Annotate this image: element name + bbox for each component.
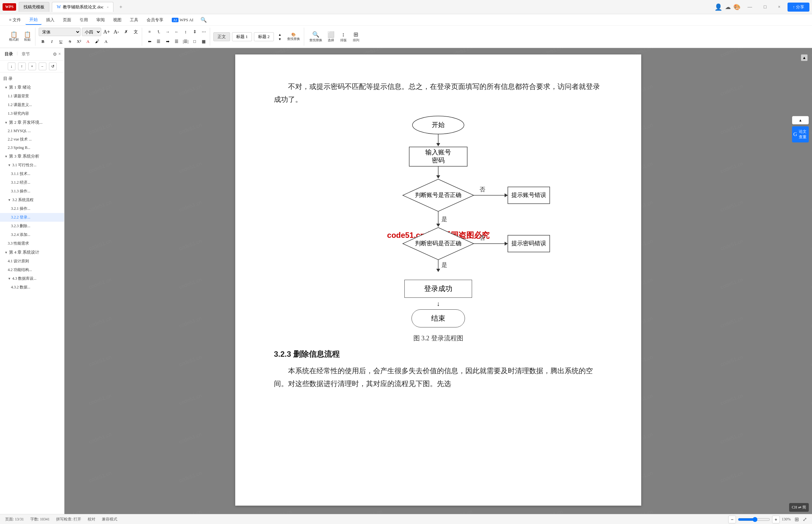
sort-button[interactable]: ↕ 排版 bbox=[338, 30, 349, 44]
style-h2-button[interactable]: 标题 2 bbox=[254, 32, 274, 41]
sidebar-item-1-2[interactable]: 1.2 课题意义... bbox=[0, 100, 64, 109]
sidebar-item-ch3[interactable]: ▼第 3 章 系统分析 bbox=[0, 152, 64, 161]
sidebar-tab-chapter[interactable]: 章节 bbox=[20, 51, 31, 58]
font-color-button[interactable]: A bbox=[84, 37, 92, 46]
indent-increase-button[interactable]: → bbox=[163, 28, 172, 36]
font-clear-button[interactable]: ✗ bbox=[122, 28, 130, 36]
menu-ref[interactable]: 引用 bbox=[76, 15, 92, 24]
select-button[interactable]: ⬜ 选择 bbox=[325, 30, 337, 44]
sidebar-item-3-2-2[interactable]: 3.2.2 登录... bbox=[0, 213, 64, 222]
sidebar-tab-toc[interactable]: 目录 bbox=[3, 51, 14, 58]
tab-doc-close[interactable]: × bbox=[107, 5, 109, 9]
style-scroll-up-button[interactable]: ▲ bbox=[276, 33, 284, 36]
sidebar-item-ch4[interactable]: ▼第 4 章 系统设计 bbox=[0, 248, 64, 257]
font-shrink-button[interactable]: A- bbox=[112, 28, 120, 36]
expand-button[interactable]: ⊞ bbox=[795, 516, 799, 522]
search-icon[interactable]: 🔍 bbox=[200, 17, 207, 23]
scroll-up-indicator[interactable]: ▲ bbox=[792, 116, 809, 125]
sidebar-item-ch1[interactable]: ▼第 1 章 绪论 bbox=[0, 83, 64, 92]
toc-remove-button[interactable]: − bbox=[39, 63, 46, 70]
tab-find-template[interactable]: 找稿壳模板 bbox=[19, 2, 49, 12]
align-justify-button[interactable]: ☰ bbox=[172, 37, 181, 46]
distribute-button[interactable]: |☰| bbox=[181, 37, 190, 46]
tab-add-button[interactable]: + bbox=[116, 3, 125, 11]
highlight-button[interactable]: 🖌 bbox=[93, 37, 101, 46]
toc-expand-all-button[interactable]: ↑ bbox=[18, 63, 26, 70]
menu-file[interactable]: ≡ 文件 bbox=[5, 15, 25, 24]
sidebar-item-3-1-1[interactable]: 3.1.1 技术... bbox=[0, 169, 64, 178]
share-button[interactable]: ↑ 分享 bbox=[788, 3, 809, 12]
superscript-button[interactable]: X² bbox=[75, 37, 83, 46]
underline-button[interactable]: U bbox=[57, 37, 65, 46]
minimize-button[interactable]: — bbox=[743, 3, 757, 12]
sidebar-close-button[interactable]: × bbox=[58, 52, 61, 57]
sidebar-item-3-2-1[interactable]: 3.2.1 操作... bbox=[0, 204, 64, 213]
font-bg-button[interactable]: A bbox=[102, 37, 110, 46]
menu-insert[interactable]: 插入 bbox=[42, 15, 58, 24]
find-replace-button[interactable]: 🔍 查找替换 bbox=[308, 30, 324, 44]
line-spacing-button[interactable]: ↕ bbox=[181, 28, 190, 36]
align-right-button[interactable]: ➡ bbox=[163, 37, 172, 46]
zoom-slider[interactable] bbox=[738, 517, 770, 522]
paragraph-2[interactable]: 本系统在经常性的使用后，会产生很多失去价值的信息，因此就需要及时清理数据，腾出系… bbox=[274, 364, 602, 390]
paste-special-button[interactable]: 📋 粘贴 bbox=[21, 31, 33, 43]
user-icon[interactable]: 👤 bbox=[714, 3, 723, 11]
arrange-button[interactable]: ⊞ 排列 bbox=[350, 30, 362, 44]
font-name-select[interactable]: 宋体 bbox=[39, 28, 81, 36]
toc-collapse-all-button[interactable]: ↓ bbox=[8, 63, 15, 70]
paste-button[interactable]: 📋 格式刷 bbox=[7, 31, 21, 43]
sidebar-item-ch2[interactable]: ▼第 2 章 开发环境... bbox=[0, 118, 64, 127]
sidebar-settings-icon[interactable]: ⚙ bbox=[53, 52, 57, 57]
sidebar-item-3-1-3[interactable]: 3.1.3 操作... bbox=[0, 187, 64, 196]
sidebar-item-3-2[interactable]: ▼3.2 系统流程 bbox=[0, 196, 64, 204]
pinyin-button[interactable]: 文 bbox=[131, 28, 140, 36]
proofread-button[interactable]: 校对 bbox=[88, 517, 95, 522]
zoom-out-button[interactable]: − bbox=[728, 515, 736, 523]
sidebar-item-4-2[interactable]: 4.2 功能结构... bbox=[0, 265, 64, 274]
thesis-check-button[interactable]: G 论文查重 bbox=[792, 126, 809, 143]
sidebar-item-1-1[interactable]: 1.1 课题背景 bbox=[0, 92, 64, 100]
sidebar-item-3-2-3[interactable]: 3.2.3 删除... bbox=[0, 222, 64, 230]
sidebar-item-3-3[interactable]: 3.3 性能需求 bbox=[0, 239, 64, 248]
sidebar-item-3-1[interactable]: ▼3.1 可行性分... bbox=[0, 161, 64, 169]
style-gallery-button[interactable]: 🎨 查找替换 bbox=[285, 32, 302, 42]
align-center-button[interactable]: ☰ bbox=[154, 37, 163, 46]
sidebar-item-4-1[interactable]: 4.1 设计原则 bbox=[0, 257, 64, 265]
document-area[interactable]: code51.cn ▲ 不对，或提示密码不匹配等提示信息。总之，在登录页面填写的… bbox=[64, 48, 812, 514]
indent-decrease-button[interactable]: ← bbox=[172, 28, 181, 36]
sidebar-item-4-3[interactable]: ▼4.3 数据库设... bbox=[0, 274, 64, 283]
spell-check[interactable]: 拼写检查: 打开 bbox=[56, 517, 81, 522]
sidebar-item-3-2-4[interactable]: 3.2.4 添加... bbox=[0, 230, 64, 239]
menu-page[interactable]: 页面 bbox=[59, 15, 75, 24]
more-para-button[interactable]: ⋯ bbox=[199, 28, 208, 36]
toc-add-button[interactable]: + bbox=[28, 63, 36, 70]
font-size-select[interactable]: 小四 bbox=[82, 28, 101, 36]
fullscreen-button[interactable]: ⤢ bbox=[803, 516, 807, 522]
toc-refresh-button[interactable]: ↺ bbox=[49, 63, 57, 70]
sidebar-item-3-1-2[interactable]: 3.1.2 经济... bbox=[0, 178, 64, 187]
style-scroll-down-button[interactable]: ▼ bbox=[276, 37, 284, 41]
strikethrough-button[interactable]: S bbox=[66, 37, 74, 46]
sidebar-item-2-3[interactable]: 2.3 Spring B... bbox=[0, 144, 64, 152]
list-ordered-button[interactable]: ⒈ bbox=[154, 28, 163, 36]
tab-doc[interactable]: W 教学辅助系统论文.doc × bbox=[52, 2, 113, 12]
font-enlarge-button[interactable]: A+ bbox=[102, 28, 111, 36]
menu-vip[interactable]: 会员专享 bbox=[143, 15, 167, 24]
wps-logo[interactable]: WPS bbox=[3, 3, 16, 11]
shading-button[interactable]: ▦ bbox=[199, 37, 208, 46]
scroll-up-button[interactable]: ▲ bbox=[801, 54, 808, 61]
maximize-button[interactable]: □ bbox=[759, 3, 771, 12]
zoom-in-button[interactable]: + bbox=[772, 515, 780, 523]
list-unordered-button[interactable]: ≡ bbox=[145, 28, 154, 36]
border-button[interactable]: □ bbox=[190, 37, 199, 46]
sidebar-item-2-1[interactable]: 2.1 MYSQL ... bbox=[0, 127, 64, 135]
lang-switch-button[interactable]: CH ⇌ 简 bbox=[789, 503, 809, 512]
italic-button[interactable]: I bbox=[48, 37, 56, 46]
style-h1-button[interactable]: 标题 1 bbox=[232, 32, 252, 41]
sidebar-item-4-3-2[interactable]: 4.3.2 数据... bbox=[0, 283, 64, 292]
menu-view[interactable]: 视图 bbox=[109, 15, 125, 24]
spacing-button[interactable]: ⇕ bbox=[190, 28, 199, 36]
paragraph-1[interactable]: 不对，或提示密码不匹配等提示信息。总之，在登录页面填写的所有信息都符合要求，访问… bbox=[274, 80, 602, 106]
style-normal-button[interactable]: 正文 bbox=[213, 32, 230, 41]
menu-review[interactable]: 审阅 bbox=[93, 15, 109, 24]
